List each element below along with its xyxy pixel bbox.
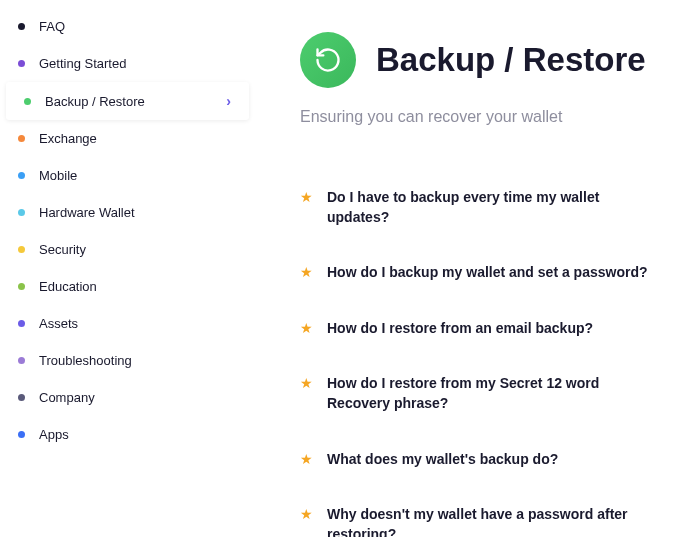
- sidebar-item-label: Backup / Restore: [45, 94, 145, 109]
- sidebar-item-faq[interactable]: FAQ: [0, 8, 255, 45]
- article-item[interactable]: ★How do I restore from my Secret 12 word…: [300, 362, 660, 437]
- sidebar-item-exchange[interactable]: Exchange: [0, 120, 255, 157]
- category-dot-icon: [18, 60, 25, 67]
- sidebar-item-company[interactable]: Company: [0, 379, 255, 416]
- chevron-right-icon: ›: [226, 93, 231, 109]
- sidebar-item-label: Education: [39, 279, 97, 294]
- article-title: Do I have to backup every time my wallet…: [327, 188, 660, 227]
- sidebar-item-security[interactable]: Security: [0, 231, 255, 268]
- star-icon: ★: [300, 319, 313, 339]
- article-item[interactable]: ★Do I have to backup every time my walle…: [300, 176, 660, 251]
- page-title: Backup / Restore: [376, 41, 646, 79]
- star-icon: ★: [300, 188, 313, 208]
- category-dot-icon: [18, 283, 25, 290]
- sidebar-item-apps[interactable]: Apps: [0, 416, 255, 453]
- main-content: Backup / Restore Ensuring you can recove…: [255, 0, 680, 537]
- restore-icon: [300, 32, 356, 88]
- article-title: How do I restore from my Secret 12 word …: [327, 374, 660, 413]
- category-dot-icon: [18, 357, 25, 364]
- sidebar-item-label: FAQ: [39, 19, 65, 34]
- sidebar-item-label: Troubleshooting: [39, 353, 132, 368]
- sidebar-item-label: Security: [39, 242, 86, 257]
- page-subtitle: Ensuring you can recover your wallet: [300, 108, 660, 126]
- star-icon: ★: [300, 263, 313, 283]
- category-dot-icon: [18, 23, 25, 30]
- articles-list: ★Do I have to backup every time my walle…: [300, 176, 660, 537]
- star-icon: ★: [300, 450, 313, 470]
- article-title: How do I restore from an email backup?: [327, 319, 593, 339]
- article-item[interactable]: ★How do I backup my wallet and set a pas…: [300, 251, 660, 307]
- category-dot-icon: [18, 135, 25, 142]
- sidebar-item-label: Apps: [39, 427, 69, 442]
- category-dot-icon: [18, 209, 25, 216]
- category-dot-icon: [24, 98, 31, 105]
- sidebar-item-education[interactable]: Education: [0, 268, 255, 305]
- article-item[interactable]: ★Why doesn't my wallet have a password a…: [300, 493, 660, 537]
- category-dot-icon: [18, 320, 25, 327]
- star-icon: ★: [300, 505, 313, 525]
- category-dot-icon: [18, 394, 25, 401]
- article-item[interactable]: ★What does my wallet's backup do?: [300, 438, 660, 494]
- sidebar-item-backup-restore[interactable]: Backup / Restore›: [6, 82, 249, 120]
- article-item[interactable]: ★How do I restore from an email backup?: [300, 307, 660, 363]
- sidebar-item-label: Exchange: [39, 131, 97, 146]
- page-header: Backup / Restore: [300, 32, 660, 88]
- sidebar-item-label: Getting Started: [39, 56, 126, 71]
- category-dot-icon: [18, 246, 25, 253]
- article-title: Why doesn't my wallet have a password af…: [327, 505, 660, 537]
- sidebar-item-troubleshooting[interactable]: Troubleshooting: [0, 342, 255, 379]
- sidebar-item-assets[interactable]: Assets: [0, 305, 255, 342]
- category-dot-icon: [18, 172, 25, 179]
- star-icon: ★: [300, 374, 313, 394]
- category-dot-icon: [18, 431, 25, 438]
- sidebar-item-label: Company: [39, 390, 95, 405]
- sidebar-item-getting-started[interactable]: Getting Started: [0, 45, 255, 82]
- sidebar-item-label: Assets: [39, 316, 78, 331]
- article-title: What does my wallet's backup do?: [327, 450, 558, 470]
- sidebar-item-hardware-wallet[interactable]: Hardware Wallet: [0, 194, 255, 231]
- sidebar-item-mobile[interactable]: Mobile: [0, 157, 255, 194]
- article-title: How do I backup my wallet and set a pass…: [327, 263, 648, 283]
- sidebar-item-label: Hardware Wallet: [39, 205, 135, 220]
- sidebar: FAQGetting StartedBackup / Restore›Excha…: [0, 0, 255, 537]
- sidebar-item-label: Mobile: [39, 168, 77, 183]
